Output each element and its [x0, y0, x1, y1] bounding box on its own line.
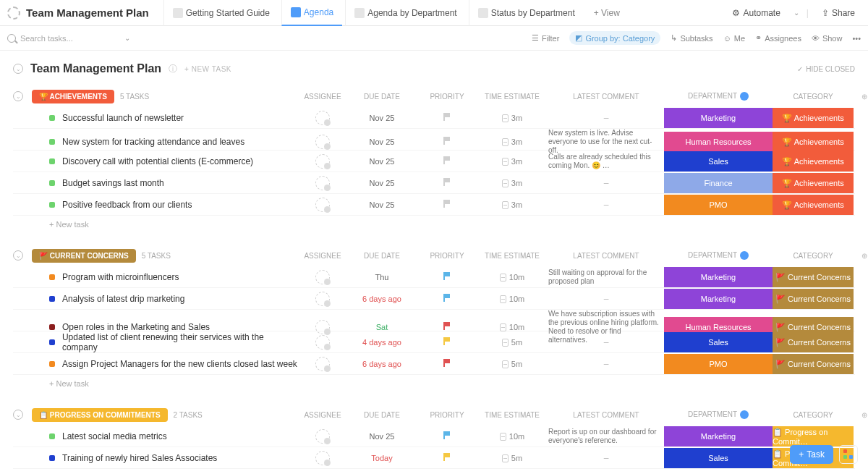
- status-square[interactable]: [49, 361, 55, 367]
- groupby-button[interactable]: ◩Group by: Category: [569, 31, 660, 45]
- task-category[interactable]: 🏆 Achievements: [773, 108, 854, 128]
- filter-button[interactable]: ☰Filter: [532, 33, 559, 43]
- status-square[interactable]: [49, 339, 55, 345]
- task-priority[interactable]: [418, 156, 476, 166]
- task-due[interactable]: Nov 25: [346, 157, 418, 166]
- task-due[interactable]: 4 days ago: [346, 338, 418, 347]
- task-dept[interactable]: Sales: [664, 151, 773, 172]
- assignee-avatar[interactable]: [315, 270, 330, 284]
- task-row[interactable]: Discovery call with potential clients (E…: [13, 151, 855, 172]
- assignee-avatar[interactable]: [315, 335, 330, 350]
- task-priority[interactable]: [418, 453, 476, 463]
- add-column-button[interactable]: ⊕: [854, 411, 868, 419]
- task-due[interactable]: Nov 25: [346, 137, 418, 146]
- task-row[interactable]: Latest social media metrics Nov 25 10m R…: [13, 426, 855, 447]
- status-square[interactable]: [49, 324, 55, 330]
- task-category[interactable]: 🚩 Current Concerns: [773, 289, 854, 309]
- task-due[interactable]: Nov 25: [346, 432, 418, 441]
- task-row[interactable]: Budget savings last month Nov 25 3m – Fi…: [13, 172, 855, 194]
- collapse-all-button[interactable]: ⌄: [13, 64, 23, 74]
- task-priority[interactable]: [418, 200, 476, 210]
- assignee-avatar[interactable]: [315, 135, 330, 149]
- task-priority[interactable]: [418, 322, 476, 332]
- task-due[interactable]: Nov 25: [346, 114, 418, 122]
- task-category[interactable]: 🏆 Achievements: [773, 151, 854, 172]
- status-square[interactable]: [49, 180, 55, 186]
- task-dept[interactable]: PMO: [664, 195, 773, 215]
- task-dept[interactable]: Finance: [664, 173, 773, 193]
- task-priority[interactable]: [418, 337, 476, 347]
- sort-icon[interactable]: [740, 92, 749, 101]
- task-dept[interactable]: Marketing: [664, 426, 773, 447]
- task-category[interactable]: 🚩 Current Concerns: [773, 354, 854, 374]
- task-estimate[interactable]: 5m: [476, 360, 548, 368]
- more-button[interactable]: •••: [852, 34, 861, 43]
- task-priority[interactable]: [418, 272, 476, 282]
- task-priority[interactable]: [418, 294, 476, 304]
- task-category[interactable]: 🚩 Current Concerns: [773, 267, 854, 287]
- task-due[interactable]: Thu: [346, 273, 418, 282]
- task-row[interactable]: Analysis of latest drip marketing 6 days…: [13, 288, 855, 310]
- new-task-ghost-button[interactable]: + NEW TASK: [184, 65, 231, 73]
- new-task-floating-button[interactable]: +Task: [790, 445, 833, 464]
- hide-closed-button[interactable]: ✓HIDE CLOSED: [797, 65, 855, 73]
- task-row[interactable]: Positive feedback from our clients Nov 2…: [13, 194, 855, 216]
- task-due[interactable]: 6 days ago: [346, 295, 418, 303]
- task-due[interactable]: Nov 25: [346, 179, 418, 187]
- task-estimate[interactable]: 3m: [476, 200, 548, 209]
- automate-button[interactable]: ⚙Automate: [726, 5, 786, 21]
- section-collapse-button[interactable]: ⌄: [13, 91, 23, 101]
- add-column-button[interactable]: ⊕: [854, 252, 868, 260]
- assignee-avatar[interactable]: [315, 320, 330, 334]
- assignee-avatar[interactable]: [315, 198, 330, 212]
- task-category[interactable]: 🏆 Achievements: [773, 173, 854, 193]
- assignee-avatar[interactable]: [315, 451, 330, 465]
- task-estimate[interactable]: 3m: [476, 179, 548, 187]
- task-dept[interactable]: Sales: [664, 332, 773, 352]
- status-square[interactable]: [49, 455, 55, 461]
- task-estimate[interactable]: 5m: [476, 338, 548, 347]
- share-button[interactable]: ⇪Share: [816, 5, 861, 21]
- assignee-avatar[interactable]: [315, 429, 330, 444]
- task-priority[interactable]: [418, 137, 476, 147]
- show-button[interactable]: 👁Show: [812, 34, 843, 43]
- task-dept[interactable]: Marketing: [664, 267, 773, 287]
- assignee-avatar[interactable]: [315, 357, 330, 371]
- task-due[interactable]: Nov 25: [346, 200, 418, 209]
- task-row[interactable]: Assign Project Managers for the new clie…: [13, 353, 855, 375]
- task-priority[interactable]: [418, 178, 476, 188]
- tab-agenda[interactable]: Agenda: [281, 0, 342, 26]
- task-priority[interactable]: [418, 359, 476, 369]
- task-category[interactable]: 🚩 Current Concerns: [773, 332, 854, 352]
- task-estimate[interactable]: 3m: [476, 157, 548, 166]
- task-estimate[interactable]: 10m: [476, 273, 548, 282]
- task-category[interactable]: 📋 Progress on Commit…: [773, 426, 854, 447]
- subtasks-button[interactable]: ↳Subtasks: [671, 33, 712, 43]
- task-dept[interactable]: PMO: [664, 354, 773, 374]
- task-estimate[interactable]: 3m: [476, 137, 548, 146]
- section-collapse-button[interactable]: ⌄: [13, 250, 23, 261]
- task-row[interactable]: Successful launch of newsletter Nov 25 3…: [13, 107, 855, 129]
- new-task-row[interactable]: + New task: [13, 375, 855, 388]
- sort-icon[interactable]: [740, 410, 749, 419]
- sort-icon[interactable]: [740, 251, 749, 260]
- tab-agenda-by-dept[interactable]: Agenda by Department: [345, 0, 465, 26]
- apps-button[interactable]: [839, 445, 858, 464]
- status-square[interactable]: [49, 115, 55, 121]
- section-pill[interactable]: 🚩 Current Concerns: [32, 249, 136, 263]
- task-due[interactable]: Today: [346, 454, 418, 462]
- task-category[interactable]: 🏆 Achievements: [773, 195, 854, 215]
- status-square[interactable]: [49, 433, 55, 439]
- task-estimate[interactable]: 10m: [476, 432, 548, 441]
- assignee-avatar[interactable]: [315, 176, 330, 190]
- task-row[interactable]: New system for tracking attendance and l…: [13, 129, 855, 151]
- assignee-avatar[interactable]: [315, 292, 330, 306]
- task-estimate[interactable]: 3m: [476, 114, 548, 122]
- tab-getting-started[interactable]: Getting Started Guide: [163, 0, 278, 26]
- status-square[interactable]: [49, 296, 55, 302]
- task-estimate[interactable]: 10m: [476, 295, 548, 303]
- assignee-avatar[interactable]: [315, 111, 330, 125]
- info-icon[interactable]: ⓘ: [169, 63, 177, 75]
- task-estimate[interactable]: 5m: [476, 454, 548, 462]
- section-pill[interactable]: 📋 Progress on Commitments: [32, 408, 168, 422]
